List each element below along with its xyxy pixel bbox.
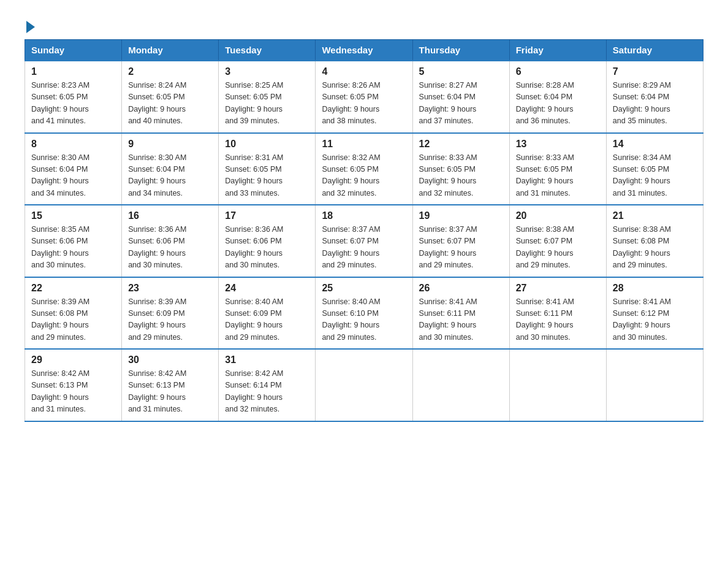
day-cell-20: 20 Sunrise: 8:38 AM Sunset: 6:07 PM Dayl… — [509, 205, 606, 277]
day-info: Sunrise: 8:26 AM Sunset: 6:05 PM Dayligh… — [322, 80, 406, 128]
day-info: Sunrise: 8:39 AM Sunset: 6:09 PM Dayligh… — [128, 296, 212, 344]
day-info: Sunrise: 8:34 AM Sunset: 6:05 PM Dayligh… — [613, 152, 697, 200]
day-number: 17 — [225, 210, 309, 221]
header-row: SundayMondayTuesdayWednesdayThursdayFrid… — [25, 40, 703, 61]
day-number: 24 — [225, 283, 309, 294]
day-cell-19: 19 Sunrise: 8:37 AM Sunset: 6:07 PM Dayl… — [412, 205, 509, 277]
calendar-table: SundayMondayTuesdayWednesdayThursdayFrid… — [25, 39, 703, 422]
day-cell-4: 4 Sunrise: 8:26 AM Sunset: 6:05 PM Dayli… — [316, 61, 412, 133]
day-number: 21 — [613, 210, 697, 221]
day-info: Sunrise: 8:30 AM Sunset: 6:04 PM Dayligh… — [31, 152, 115, 200]
day-number: 30 — [128, 354, 212, 366]
week-row-4: 22 Sunrise: 8:39 AM Sunset: 6:08 PM Dayl… — [25, 277, 703, 350]
empty-cell — [509, 349, 606, 421]
day-cell-7: 7 Sunrise: 8:29 AM Sunset: 6:04 PM Dayli… — [606, 61, 703, 133]
day-number: 19 — [419, 210, 503, 221]
day-cell-21: 21 Sunrise: 8:38 AM Sunset: 6:08 PM Dayl… — [606, 205, 703, 277]
empty-cell — [316, 349, 412, 421]
day-info: Sunrise: 8:33 AM Sunset: 6:05 PM Dayligh… — [419, 152, 503, 200]
day-info: Sunrise: 8:23 AM Sunset: 6:05 PM Dayligh… — [31, 80, 115, 128]
day-info: Sunrise: 8:40 AM Sunset: 6:09 PM Dayligh… — [225, 296, 309, 344]
day-info: Sunrise: 8:37 AM Sunset: 6:07 PM Dayligh… — [419, 224, 503, 272]
day-number: 20 — [516, 210, 600, 221]
day-cell-2: 2 Sunrise: 8:24 AM Sunset: 6:05 PM Dayli… — [122, 61, 219, 133]
empty-cell — [412, 349, 509, 421]
day-cell-26: 26 Sunrise: 8:41 AM Sunset: 6:11 PM Dayl… — [412, 277, 509, 350]
day-cell-16: 16 Sunrise: 8:36 AM Sunset: 6:06 PM Dayl… — [122, 205, 219, 277]
day-number: 22 — [31, 283, 115, 294]
day-number: 7 — [613, 66, 697, 77]
logo — [25, 18, 35, 31]
day-number: 6 — [516, 66, 600, 77]
day-cell-13: 13 Sunrise: 8:33 AM Sunset: 6:05 PM Dayl… — [509, 133, 606, 205]
week-row-2: 8 Sunrise: 8:30 AM Sunset: 6:04 PM Dayli… — [25, 133, 703, 205]
day-info: Sunrise: 8:39 AM Sunset: 6:08 PM Dayligh… — [31, 296, 115, 344]
column-header-wednesday: Wednesday — [316, 40, 412, 61]
day-info: Sunrise: 8:36 AM Sunset: 6:06 PM Dayligh… — [128, 224, 212, 272]
day-cell-23: 23 Sunrise: 8:39 AM Sunset: 6:09 PM Dayl… — [122, 277, 219, 350]
day-cell-1: 1 Sunrise: 8:23 AM Sunset: 6:05 PM Dayli… — [25, 61, 122, 133]
day-info: Sunrise: 8:28 AM Sunset: 6:04 PM Dayligh… — [516, 80, 600, 128]
day-cell-12: 12 Sunrise: 8:33 AM Sunset: 6:05 PM Dayl… — [412, 133, 509, 205]
day-number: 3 — [225, 66, 309, 77]
day-cell-14: 14 Sunrise: 8:34 AM Sunset: 6:05 PM Dayl… — [606, 133, 703, 205]
day-cell-24: 24 Sunrise: 8:40 AM Sunset: 6:09 PM Dayl… — [219, 277, 316, 350]
week-row-5: 29 Sunrise: 8:42 AM Sunset: 6:13 PM Dayl… — [25, 349, 703, 421]
column-header-sunday: Sunday — [25, 40, 122, 61]
column-header-saturday: Saturday — [606, 40, 703, 61]
day-number: 10 — [225, 139, 309, 150]
week-row-1: 1 Sunrise: 8:23 AM Sunset: 6:05 PM Dayli… — [25, 61, 703, 133]
day-cell-25: 25 Sunrise: 8:40 AM Sunset: 6:10 PM Dayl… — [316, 277, 412, 350]
day-cell-30: 30 Sunrise: 8:42 AM Sunset: 6:13 PM Dayl… — [122, 349, 219, 421]
day-info: Sunrise: 8:36 AM Sunset: 6:06 PM Dayligh… — [225, 224, 309, 272]
day-number: 5 — [419, 66, 503, 77]
day-number: 23 — [128, 283, 212, 294]
day-number: 16 — [128, 210, 212, 221]
day-number: 4 — [322, 66, 406, 77]
day-info: Sunrise: 8:42 AM Sunset: 6:13 PM Dayligh… — [31, 368, 115, 416]
day-number: 29 — [31, 354, 115, 366]
day-number: 28 — [613, 283, 697, 294]
column-header-monday: Monday — [122, 40, 219, 61]
day-cell-11: 11 Sunrise: 8:32 AM Sunset: 6:05 PM Dayl… — [316, 133, 412, 205]
day-info: Sunrise: 8:37 AM Sunset: 6:07 PM Dayligh… — [322, 224, 406, 272]
day-number: 14 — [613, 139, 697, 150]
column-header-thursday: Thursday — [412, 40, 509, 61]
column-header-friday: Friday — [509, 40, 606, 61]
day-info: Sunrise: 8:35 AM Sunset: 6:06 PM Dayligh… — [31, 224, 115, 272]
day-info: Sunrise: 8:33 AM Sunset: 6:05 PM Dayligh… — [516, 152, 600, 200]
day-info: Sunrise: 8:42 AM Sunset: 6:14 PM Dayligh… — [225, 368, 309, 416]
day-cell-18: 18 Sunrise: 8:37 AM Sunset: 6:07 PM Dayl… — [316, 205, 412, 277]
day-info: Sunrise: 8:42 AM Sunset: 6:13 PM Dayligh… — [128, 368, 212, 416]
day-cell-31: 31 Sunrise: 8:42 AM Sunset: 6:14 PM Dayl… — [219, 349, 316, 421]
day-info: Sunrise: 8:31 AM Sunset: 6:05 PM Dayligh… — [225, 152, 309, 200]
empty-cell — [606, 349, 703, 421]
day-cell-27: 27 Sunrise: 8:41 AM Sunset: 6:11 PM Dayl… — [509, 277, 606, 350]
logo-top — [25, 18, 35, 33]
day-cell-15: 15 Sunrise: 8:35 AM Sunset: 6:06 PM Dayl… — [25, 205, 122, 277]
day-info: Sunrise: 8:41 AM Sunset: 6:11 PM Dayligh… — [516, 296, 600, 344]
day-number: 1 — [31, 66, 115, 77]
day-number: 15 — [31, 210, 115, 221]
day-info: Sunrise: 8:24 AM Sunset: 6:05 PM Dayligh… — [128, 80, 212, 128]
day-info: Sunrise: 8:41 AM Sunset: 6:11 PM Dayligh… — [419, 296, 503, 344]
day-number: 8 — [31, 139, 115, 150]
day-number: 18 — [322, 210, 406, 221]
day-number: 12 — [419, 139, 503, 150]
day-number: 2 — [128, 66, 212, 77]
day-cell-6: 6 Sunrise: 8:28 AM Sunset: 6:04 PM Dayli… — [509, 61, 606, 133]
day-info: Sunrise: 8:27 AM Sunset: 6:04 PM Dayligh… — [419, 80, 503, 128]
day-number: 13 — [516, 139, 600, 150]
day-number: 26 — [419, 283, 503, 294]
day-number: 25 — [322, 283, 406, 294]
page-header — [25, 18, 703, 31]
day-info: Sunrise: 8:41 AM Sunset: 6:12 PM Dayligh… — [613, 296, 697, 344]
day-number: 11 — [322, 139, 406, 150]
day-info: Sunrise: 8:29 AM Sunset: 6:04 PM Dayligh… — [613, 80, 697, 128]
column-header-tuesday: Tuesday — [219, 40, 316, 61]
day-cell-22: 22 Sunrise: 8:39 AM Sunset: 6:08 PM Dayl… — [25, 277, 122, 350]
day-cell-5: 5 Sunrise: 8:27 AM Sunset: 6:04 PM Dayli… — [412, 61, 509, 133]
day-cell-10: 10 Sunrise: 8:31 AM Sunset: 6:05 PM Dayl… — [219, 133, 316, 205]
day-info: Sunrise: 8:40 AM Sunset: 6:10 PM Dayligh… — [322, 296, 406, 344]
day-cell-17: 17 Sunrise: 8:36 AM Sunset: 6:06 PM Dayl… — [219, 205, 316, 277]
